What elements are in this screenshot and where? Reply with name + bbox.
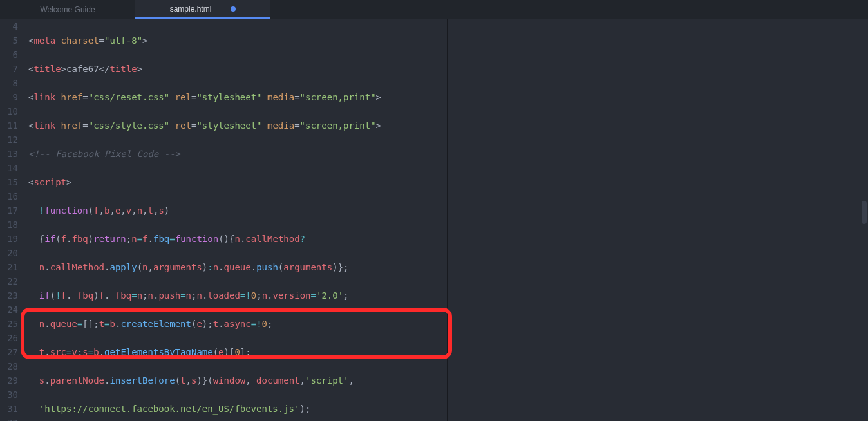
line-number: 29	[0, 373, 18, 388]
line-number: 11	[0, 118, 18, 133]
line-number: 32	[0, 416, 18, 421]
line-number: 14	[0, 161, 18, 175]
editor-area[interactable]: 4 5 6 7 8 9 10 11 12 13 14 15 16 17 18 1…	[0, 19, 868, 421]
line-number: 28	[0, 359, 18, 373]
code-line: !function(f,b,e,v,n,t,s)	[23, 203, 868, 218]
tab-welcome-guide[interactable]: Welcome Guide	[0, 0, 135, 19]
line-number: 10	[0, 104, 18, 118]
code-line: <meta charset="utf-8">	[23, 33, 868, 48]
code-line: 'https://connect.facebook.net/en_US/fbev…	[23, 402, 868, 416]
line-number: 18	[0, 218, 18, 232]
line-number: 8	[0, 76, 18, 90]
code-line: s.parentNode.insertBefore(t,s)}(window, …	[23, 373, 868, 388]
code-line: t.src=v;s=b.getElementsByTagName(e)[0];	[23, 345, 868, 359]
code-content[interactable]: <meta charset="utf-8"> <title>cafe67</ti…	[23, 19, 868, 421]
code-line: n.queue=[];t=b.createElement(e);t.async=…	[23, 317, 868, 331]
line-number: 4	[0, 19, 18, 33]
code-line: <title>cafe67</title>	[23, 62, 868, 76]
line-number: 6	[0, 48, 18, 62]
minimap-marker	[862, 201, 867, 224]
modified-dot-icon	[231, 6, 236, 12]
line-number: 21	[0, 260, 18, 274]
line-number: 25	[0, 317, 18, 331]
code-line: if(!f._fbq)f._fbq=n;n.push=n;n.loaded=!0…	[23, 288, 868, 303]
line-number: 24	[0, 303, 18, 317]
line-number: 30	[0, 388, 18, 402]
tab-sample-html[interactable]: sample.html	[135, 0, 270, 19]
line-number: 22	[0, 274, 18, 288]
line-number: 23	[0, 288, 18, 303]
line-number: 5	[0, 33, 18, 48]
line-number: 19	[0, 232, 18, 246]
line-number: 16	[0, 189, 18, 203]
line-number: 31	[0, 402, 18, 416]
line-number: 12	[0, 133, 18, 147]
code-line: <link href="css/reset.css" rel="styleshe…	[23, 90, 868, 104]
code-line: <!-- Facebook Pixel Code -->	[23, 147, 868, 161]
tab-bar: Welcome Guide sample.html	[0, 0, 868, 19]
line-number: 27	[0, 345, 18, 359]
line-number: 7	[0, 62, 18, 76]
tab-label: Welcome Guide	[40, 5, 95, 14]
code-line: {if(f.fbq)return;n=f.fbq=function(){n.ca…	[23, 232, 868, 246]
line-number: 9	[0, 90, 18, 104]
code-line: <link href="css/style.css" rel="styleshe…	[23, 118, 868, 133]
code-line: n.callMethod.apply(n,arguments):n.queue.…	[23, 260, 868, 274]
pane-divider[interactable]	[447, 19, 448, 421]
tab-label: sample.html	[170, 5, 212, 14]
code-line: <script>	[23, 175, 868, 189]
line-gutter: 4 5 6 7 8 9 10 11 12 13 14 15 16 17 18 1…	[0, 19, 23, 421]
line-number: 17	[0, 203, 18, 218]
line-number: 13	[0, 147, 18, 161]
line-number: 15	[0, 175, 18, 189]
line-number: 20	[0, 246, 18, 260]
line-number: 26	[0, 331, 18, 345]
